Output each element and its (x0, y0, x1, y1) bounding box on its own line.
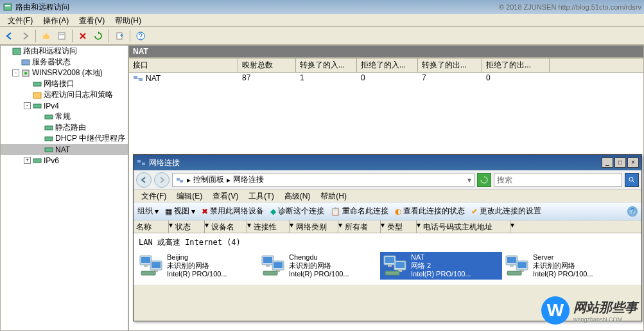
watermark-icon: W (541, 296, 570, 325)
crumb-network[interactable]: 网络连接 (233, 174, 264, 185)
svg-line-22 (137, 78, 139, 79)
svg-rect-17 (45, 137, 53, 141)
adapter-network: 未识别的网络 (167, 262, 227, 270)
cmd-organize[interactable]: 组织▾ (137, 206, 159, 217)
nc-titlebar[interactable]: 网络连接 _ □ × (134, 155, 641, 170)
search-button[interactable] (625, 173, 639, 187)
right-header: NAT (128, 45, 644, 58)
col-status[interactable]: 状态 (173, 220, 205, 233)
menu-file[interactable]: 文件(F) (3, 14, 38, 26)
breadcrumb-icon (175, 175, 184, 184)
delete-button[interactable] (76, 29, 90, 43)
cmd-status[interactable]: ◐查看此连接的状态 (395, 206, 465, 217)
col-owner[interactable]: 所有者 (342, 220, 381, 233)
tree-static-route[interactable]: 静态路由 (1, 122, 128, 133)
tree-dhcp-relay[interactable]: DHCP 中继代理程序 (1, 133, 128, 144)
lv-row[interactable]: NAT 87 1 0 7 0 (129, 73, 643, 84)
copyright-text: © 2018 ZJUNSEN http://blog.51cto.com/rds… (499, 3, 641, 11)
refresh-button[interactable] (477, 173, 491, 187)
breadcrumb[interactable]: ▸控制面板 ▸网络连接 ▾ (172, 173, 474, 187)
tree-nat[interactable]: NAT (1, 144, 128, 155)
col-rej-in[interactable]: 拒绝了的入... (357, 58, 418, 72)
row-map: 87 (238, 73, 296, 84)
nc-content[interactable]: LAN 或高速 Internet (4) Beijing未识别的网络Intel(… (134, 233, 641, 285)
network-adapter-item[interactable]: Chengdu未识别的网络Intel(R) PRO/100... (258, 252, 380, 280)
collapse-icon[interactable]: - (12, 69, 19, 76)
col-trans-in[interactable]: 转换了的入... (296, 58, 357, 72)
nc-menu-edit[interactable]: 编辑(E) (171, 190, 207, 202)
tree-remote-log[interactable]: 远程访问日志和策略 (1, 89, 128, 100)
nc-menu-adv[interactable]: 高级(N) (279, 190, 316, 202)
col-interface[interactable]: 接口 (129, 58, 238, 72)
nc-menu-file[interactable]: 文件(F) (136, 190, 171, 202)
forward-button[interactable] (18, 29, 32, 43)
cmd-disable[interactable]: ✖禁用此网络设备 (202, 206, 264, 217)
tree-server-status[interactable]: 服务器状态 (1, 57, 128, 67)
adapter-name: Beijing (167, 253, 227, 262)
tree-ipv4[interactable]: -IPv4 (1, 100, 128, 111)
cmd-change[interactable]: ✔更改此连接的设置 (471, 206, 541, 217)
col-name[interactable]: 名称 (134, 220, 169, 233)
col-rej-out[interactable]: 拒绝了的出... (482, 58, 550, 72)
close-button[interactable]: × (627, 157, 639, 168)
refresh-button[interactable] (91, 29, 105, 43)
up-button[interactable] (39, 29, 53, 43)
tree-server[interactable]: -WINSRV2008 (本地) (1, 67, 128, 78)
col-phone[interactable]: 电话号码或主机地址 (421, 220, 510, 233)
cmd-views[interactable]: ▦视图▾ (165, 206, 195, 217)
menu-help[interactable]: 帮助(H) (110, 14, 146, 26)
network-adapter-item[interactable]: NAT网络 2Intel(R) PRO/100... (380, 252, 502, 280)
svg-rect-44 (385, 257, 394, 263)
lv-header: 接口 映射总数 转换了的入... 拒绝了的入... 转换了的出... 拒绝了的出… (129, 58, 643, 73)
col-map-total[interactable]: 映射总数 (238, 58, 296, 72)
network-adapter-icon (259, 253, 286, 278)
properties-button[interactable] (55, 29, 69, 43)
export-button[interactable] (112, 29, 126, 43)
svg-rect-26 (180, 180, 183, 183)
row-tin: 1 (296, 73, 357, 84)
col-type[interactable]: 类型 (385, 220, 417, 233)
svg-rect-45 (388, 265, 392, 267)
collapse-icon[interactable]: - (24, 102, 31, 109)
svg-rect-12 (33, 82, 41, 86)
cmd-help[interactable]: ? (627, 206, 638, 217)
nc-menu-tools[interactable]: 工具(T) (243, 190, 279, 202)
nav-back-button[interactable] (136, 172, 152, 188)
help-button[interactable]: ? (134, 29, 148, 43)
cmd-rename[interactable]: 📋重命名此连接 (331, 206, 388, 217)
tree-net-interfaces[interactable]: 网络接口 (1, 78, 128, 89)
network-adapter-item[interactable]: Server未识别的网络Intel(R) PRO/100... (502, 252, 624, 280)
adapter-name: NAT (411, 253, 471, 262)
col-dev[interactable]: 设备名 (209, 220, 247, 233)
menu-view[interactable]: 查看(V) (74, 14, 110, 26)
menu-action[interactable]: 操作(A) (38, 14, 74, 26)
minimize-button[interactable]: _ (602, 157, 613, 168)
network-adapter-item[interactable]: Beijing未识别的网络Intel(R) PRO/100... (136, 252, 258, 280)
svg-line-28 (632, 181, 634, 183)
row-tout: 7 (418, 73, 482, 84)
crumb-control-panel[interactable]: 控制面板 (193, 174, 224, 185)
svg-point-11 (24, 72, 27, 75)
row-name: NAT (146, 74, 161, 83)
svg-text:?: ? (139, 33, 143, 40)
nc-menu-view[interactable]: 查看(V) (207, 190, 243, 202)
tree-root[interactable]: 路由和远程访问 (1, 46, 128, 57)
svg-rect-1 (5, 5, 10, 6)
nc-menu-help[interactable]: 帮助(H) (315, 190, 352, 202)
nav-forward-button[interactable] (154, 172, 170, 188)
search-input[interactable] (494, 173, 622, 187)
help-icon: ? (627, 206, 638, 217)
tree-ipv6[interactable]: +IPv6 (1, 155, 128, 166)
cmd-diagnose[interactable]: ◆诊断这个连接 (270, 206, 324, 217)
col-conn[interactable]: 连接性 (251, 220, 290, 233)
tree-general[interactable]: 常规 (1, 111, 128, 122)
maximize-button[interactable]: □ (614, 157, 626, 168)
toolbar-sep (72, 30, 73, 42)
expand-icon[interactable]: + (24, 157, 31, 164)
tree-view[interactable]: 路由和远程访问 服务器状态 -WINSRV2008 (本地) 网络接口 远程访问… (0, 45, 128, 331)
svg-rect-13 (33, 93, 41, 98)
col-net[interactable]: 网络类别 (293, 220, 338, 233)
back-button[interactable] (3, 29, 17, 43)
svg-rect-19 (33, 159, 41, 163)
col-trans-out[interactable]: 转换了的出... (418, 58, 482, 72)
